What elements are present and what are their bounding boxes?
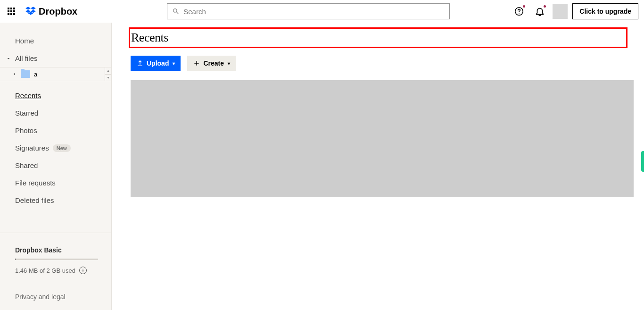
sidebar-label: Home — [15, 37, 34, 45]
sidebar-item-photos[interactable]: Photos — [0, 122, 111, 139]
sidebar-item-all-files[interactable]: All files — [0, 50, 111, 67]
sidebar-label: File requests — [15, 179, 56, 187]
sidebar-label: Recents — [15, 92, 41, 100]
storage-usage-text: 1.46 MB of 2 GB used — [15, 267, 75, 274]
dropbox-logo[interactable]: Dropbox — [25, 5, 77, 17]
sidebar-label: All files — [15, 54, 38, 62]
folder-icon — [21, 70, 30, 78]
privacy-legal-link[interactable]: Privacy and legal — [15, 293, 104, 301]
notifications-button[interactable] — [532, 3, 548, 19]
sidebar-label: Shared — [15, 161, 38, 169]
upload-icon — [136, 59, 144, 67]
search-icon — [172, 8, 180, 15]
upgrade-storage-icon[interactable]: + — [79, 267, 87, 274]
svg-point-1 — [519, 13, 520, 13]
plan-name: Dropbox Basic — [15, 246, 104, 254]
create-label: Create — [203, 59, 224, 67]
sidebar-label: Signatures — [15, 144, 49, 152]
sidebar-label: Photos — [15, 126, 37, 134]
create-button[interactable]: Create ▾ — [187, 56, 236, 71]
help-icon — [514, 6, 524, 17]
storage-progress — [15, 259, 98, 260]
help-button[interactable] — [511, 3, 527, 19]
stepper-down[interactable]: ▼ — [105, 75, 111, 81]
dropbox-icon — [25, 5, 37, 17]
sidebar-item-file-requests[interactable]: File requests — [0, 174, 111, 192]
plus-icon — [193, 59, 200, 67]
feedback-tab[interactable] — [641, 151, 644, 172]
bell-icon — [535, 6, 545, 17]
sidebar-item-recents[interactable]: Recents — [0, 87, 111, 104]
chevron-right-icon — [11, 72, 18, 76]
upload-label: Upload — [147, 59, 169, 67]
apps-grid-icon[interactable] — [6, 6, 17, 17]
chevron-down-icon — [5, 56, 12, 61]
new-badge: New — [53, 144, 71, 152]
sidebar-label: Starred — [15, 109, 38, 117]
search-input-wrap[interactable] — [167, 3, 450, 19]
sidebar: Home All files a ▲ ▼ R — [0, 23, 112, 310]
content-placeholder — [131, 80, 634, 197]
chevron-down-icon: ▾ — [173, 61, 175, 66]
sidebar-item-starred[interactable]: Starred — [0, 104, 111, 122]
tree-stepper: ▲ ▼ — [105, 67, 111, 81]
sidebar-item-shared[interactable]: Shared — [0, 157, 111, 174]
annotation-highlight: Recents — [129, 27, 627, 48]
chevron-down-icon: ▾ — [228, 61, 230, 66]
tree-folder-row[interactable]: a ▲ ▼ — [0, 67, 111, 81]
upload-button[interactable]: Upload ▾ — [131, 56, 181, 71]
sidebar-item-signatures[interactable]: Signatures New — [0, 139, 111, 157]
search-input[interactable] — [183, 8, 445, 16]
page-title: Recents — [131, 31, 626, 45]
stepper-up[interactable]: ▲ — [105, 67, 111, 75]
sidebar-item-home[interactable]: Home — [0, 32, 111, 50]
avatar[interactable] — [553, 4, 568, 19]
tree-folder-label: a — [34, 71, 37, 78]
dropbox-logo-text: Dropbox — [39, 6, 77, 17]
upgrade-button[interactable]: Click to upgrade — [572, 3, 638, 19]
sidebar-item-deleted[interactable]: Deleted files — [0, 192, 111, 209]
main-content: Recents Upload ▾ Create ▾ — [112, 23, 644, 310]
sidebar-label: Deleted files — [15, 196, 54, 204]
